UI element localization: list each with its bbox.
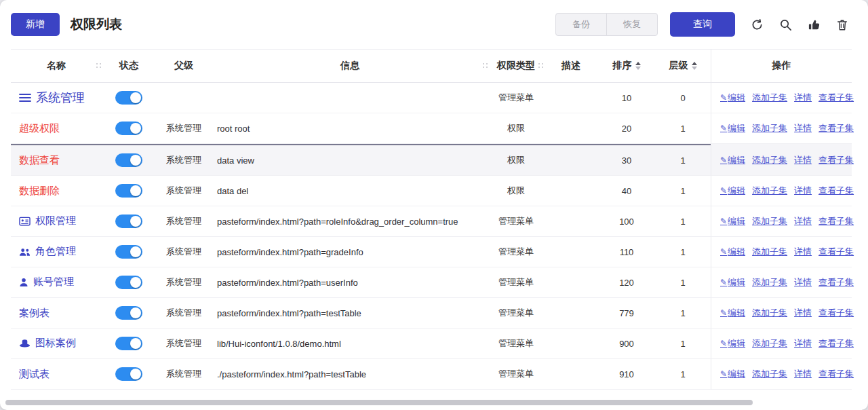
detail-link[interactable]: 详情 <box>794 155 812 165</box>
status-toggle[interactable] <box>115 245 142 259</box>
status-toggle[interactable] <box>115 91 142 105</box>
table-header-row: 名称状态父级信息权限类型描述排序层级操作 <box>11 49 852 83</box>
column-header-label: 状态 <box>119 60 138 71</box>
view-child-link[interactable]: 查看子集 <box>818 308 854 318</box>
column-header-7[interactable]: 排序 <box>598 49 655 83</box>
status-toggle[interactable] <box>115 122 142 135</box>
search-icon[interactable] <box>774 14 796 35</box>
edit-link[interactable]: ✎编辑 <box>720 246 745 257</box>
row-name-link[interactable]: 权限管理 <box>19 215 76 227</box>
table-row: 系统管理管理菜单100✎编辑添加子集详情查看子集 <box>11 83 852 113</box>
detail-link[interactable]: 详情 <box>794 308 812 318</box>
row-name-link[interactable]: 超级权限 <box>19 122 60 135</box>
sort-carets-icon[interactable] <box>635 62 641 70</box>
table-row: 数据查看系统管理data view权限301✎编辑添加子集详情查看子集 <box>11 144 852 176</box>
detail-link[interactable]: 详情 <box>794 216 812 226</box>
add-child-link[interactable]: 添加子集 <box>752 92 787 102</box>
sort-cell: 30 <box>598 144 655 176</box>
table-row: 权限管理系统管理pasteform/index.html?path=roleIn… <box>11 206 852 237</box>
column-resize-handle[interactable] <box>538 63 540 64</box>
edit-link[interactable]: ✎编辑 <box>720 308 745 318</box>
edit-link[interactable]: ✎编辑 <box>720 155 745 165</box>
refresh-icon[interactable] <box>746 14 768 35</box>
parent-cell: 系统管理 <box>156 144 212 176</box>
status-toggle[interactable] <box>115 367 142 381</box>
add-child-link[interactable]: 添加子集 <box>752 277 787 287</box>
status-cell <box>102 113 156 144</box>
status-toggle[interactable] <box>115 215 142 228</box>
edit-link[interactable]: ✎编辑 <box>720 369 745 379</box>
add-child-link[interactable]: 添加子集 <box>752 246 787 257</box>
row-name-link[interactable]: 图标案例 <box>19 337 76 350</box>
edit-link[interactable]: ✎编辑 <box>720 216 745 226</box>
thumb-icon[interactable] <box>803 14 825 35</box>
table-row: 角色管理系统管理pasteform/index.html?path=gradeI… <box>11 237 852 267</box>
view-child-link[interactable]: 查看子集 <box>818 246 854 257</box>
detail-link[interactable]: 详情 <box>794 246 812 257</box>
column-header-8[interactable]: 层级 <box>655 49 711 83</box>
view-child-link[interactable]: 查看子集 <box>818 155 854 165</box>
row-name-link[interactable]: 数据删除 <box>19 185 60 198</box>
actions-cell: ✎编辑添加子集详情查看子集 <box>711 267 852 298</box>
detail-link[interactable]: 详情 <box>794 277 812 287</box>
status-toggle[interactable] <box>115 153 142 167</box>
edit-link[interactable]: ✎编辑 <box>720 277 745 287</box>
view-child-link[interactable]: 查看子集 <box>818 216 854 226</box>
column-header-6: 描述 <box>544 49 598 83</box>
add-child-link[interactable]: 添加子集 <box>752 338 787 348</box>
add-child-link[interactable]: 添加子集 <box>752 155 787 165</box>
sort-carets-icon[interactable] <box>692 62 697 70</box>
detail-link[interactable]: 详情 <box>794 338 812 348</box>
info-cell: root root <box>212 113 488 144</box>
column-header-label: 名称 <box>47 60 66 71</box>
detail-link[interactable]: 详情 <box>794 185 812 195</box>
toolbar: 新增 权限列表 备份 恢复 查询 <box>0 0 868 49</box>
actions-cell: ✎编辑添加子集详情查看子集 <box>711 359 852 390</box>
view-child-link[interactable]: 查看子集 <box>818 123 854 133</box>
column-resize-handle[interactable] <box>483 63 484 64</box>
edit-link[interactable]: ✎编辑 <box>720 338 745 348</box>
name-cell: 案例表 <box>11 298 102 329</box>
column-header-9: 操作 <box>711 49 852 83</box>
edit-link[interactable]: ✎编辑 <box>720 123 745 133</box>
add-child-link[interactable]: 添加子集 <box>752 369 787 379</box>
add-button[interactable]: 新增 <box>11 13 60 36</box>
detail-link[interactable]: 详情 <box>794 123 812 133</box>
level-cell: 1 <box>655 298 711 329</box>
row-name-link[interactable]: 系统管理 <box>19 90 85 106</box>
row-name-link[interactable]: 测试表 <box>19 368 50 381</box>
row-name-link[interactable]: 角色管理 <box>19 245 76 258</box>
permission-table: 名称状态父级信息权限类型描述排序层级操作 系统管理管理菜单100✎编辑添加子集详… <box>11 49 852 390</box>
table-row: 图标案例系统管理lib/Hui-iconfont/1.0.8/demo.html… <box>11 329 852 359</box>
view-child-link[interactable]: 查看子集 <box>818 92 854 102</box>
trash-icon[interactable] <box>831 14 853 35</box>
row-name-link[interactable]: 账号管理 <box>19 276 74 288</box>
add-child-link[interactable]: 添加子集 <box>752 216 787 226</box>
restore-button[interactable]: 恢复 <box>606 13 658 36</box>
add-child-link[interactable]: 添加子集 <box>752 123 787 133</box>
desc-cell <box>544 113 598 144</box>
add-child-link[interactable]: 添加子集 <box>752 308 787 318</box>
view-child-link[interactable]: 查看子集 <box>818 369 854 379</box>
table-row: 账号管理系统管理pasteform/index.html?path=userIn… <box>11 267 852 298</box>
edit-link[interactable]: ✎编辑 <box>720 185 745 195</box>
backup-button[interactable]: 备份 <box>555 13 607 36</box>
status-toggle[interactable] <box>115 337 142 350</box>
query-button[interactable]: 查询 <box>670 12 735 37</box>
column-resize-handle[interactable] <box>96 63 98 64</box>
detail-link[interactable]: 详情 <box>794 369 812 379</box>
view-child-link[interactable]: 查看子集 <box>818 277 854 287</box>
status-toggle[interactable] <box>115 276 142 289</box>
view-child-link[interactable]: 查看子集 <box>818 185 854 195</box>
row-name-link[interactable]: 数据查看 <box>19 154 60 167</box>
status-toggle[interactable] <box>115 184 142 198</box>
view-child-link[interactable]: 查看子集 <box>818 338 854 348</box>
desc-cell <box>544 359 598 390</box>
status-toggle[interactable] <box>115 306 142 320</box>
edit-link[interactable]: ✎编辑 <box>720 92 745 102</box>
detail-link[interactable]: 详情 <box>794 92 812 102</box>
horizontal-scrollbar[interactable] <box>5 400 753 405</box>
row-name-link[interactable]: 案例表 <box>19 307 50 320</box>
add-child-link[interactable]: 添加子集 <box>752 185 787 195</box>
actions-cell: ✎编辑添加子集详情查看子集 <box>711 83 852 113</box>
